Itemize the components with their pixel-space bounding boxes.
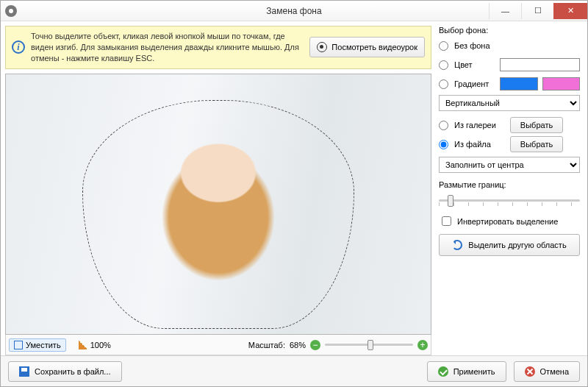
- refresh-icon: [452, 240, 462, 250]
- zoom-100-button[interactable]: 100%: [74, 338, 116, 352]
- select-other-label: Выделить другую область: [468, 241, 566, 249]
- blur-label: Размытие границ:: [439, 180, 580, 189]
- window-controls: — ☐ ✕: [489, 3, 587, 19]
- label-gradient: Градиент: [454, 79, 495, 88]
- radio-gradient[interactable]: [439, 79, 448, 89]
- cancel-icon: [525, 366, 535, 377]
- app-icon: [5, 5, 17, 17]
- scale-label: Масштаб:: [248, 341, 285, 349]
- label-color: Цвет: [454, 60, 495, 69]
- blur-slider[interactable]: [439, 192, 580, 208]
- footer: Сохранить в файл... Применить Отмена: [1, 355, 587, 386]
- save-icon: [19, 366, 29, 377]
- watch-video-label: Посмотреть видеоурок: [331, 43, 417, 52]
- save-label: Сохранить в файл...: [35, 367, 111, 376]
- watch-video-button[interactable]: Посмотреть видеоурок: [309, 37, 425, 57]
- zoom-slider-thumb[interactable]: [368, 340, 373, 350]
- gradient-swatch-a[interactable]: [500, 77, 538, 90]
- gradient-direction-select[interactable]: Вертикальный: [439, 95, 580, 111]
- fill-mode-select[interactable]: Заполнить от центра: [439, 157, 580, 173]
- radio-no-bg[interactable]: [439, 41, 448, 51]
- maximize-button[interactable]: ☐: [521, 3, 553, 19]
- zoom-control: Масштаб: 68% − +: [248, 340, 428, 350]
- label-gallery: Из галереи: [454, 121, 506, 129]
- zoom-out-button[interactable]: −: [310, 340, 320, 350]
- titlebar: Замена фона — ☐ ✕: [1, 1, 587, 21]
- zoom-slider[interactable]: [325, 344, 413, 346]
- wand-icon: [79, 341, 87, 349]
- gradient-swatch-b[interactable]: [542, 77, 581, 90]
- hint-bar: i Точно выделите объект, кликая левой кн…: [5, 26, 431, 69]
- gallery-choose-button[interactable]: Выбрать: [510, 117, 563, 133]
- scale-value: 68%: [290, 341, 306, 349]
- radio-file[interactable]: [439, 140, 448, 149]
- apply-label: Применить: [453, 367, 495, 376]
- fit-label: Уместить: [26, 341, 61, 349]
- radio-gallery[interactable]: [439, 121, 448, 130]
- select-other-area-button[interactable]: Выделить другую область: [439, 234, 580, 256]
- zoom-in-button[interactable]: +: [417, 340, 428, 350]
- check-icon: [438, 366, 448, 377]
- color-swatch[interactable]: [500, 58, 580, 71]
- fit-icon: [14, 341, 23, 349]
- label-no-bg: Без фона: [454, 41, 490, 50]
- info-icon: i: [12, 40, 25, 54]
- cancel-label: Отмена: [540, 367, 569, 376]
- bg-header: Выбор фона:: [439, 26, 580, 35]
- cancel-button[interactable]: Отмена: [514, 361, 580, 382]
- blur-slider-thumb[interactable]: [448, 195, 453, 207]
- file-choose-button[interactable]: Выбрать: [510, 136, 563, 152]
- zoom-100-label: 100%: [90, 341, 111, 349]
- options-panel: Выбор фона: Без фона Цвет Градиент Верти…: [436, 21, 587, 355]
- canvas-toolbar: Уместить 100% Масштаб: 68% − +: [5, 335, 431, 355]
- save-to-file-button[interactable]: Сохранить в файл...: [8, 361, 122, 382]
- close-button[interactable]: ✕: [553, 3, 587, 19]
- image-canvas[interactable]: [5, 74, 431, 335]
- radio-color[interactable]: [439, 60, 448, 70]
- hint-text: Точно выделите объект, кликая левой кноп…: [31, 31, 304, 64]
- label-file: Из файла: [454, 140, 506, 149]
- selection-outline: [82, 100, 354, 329]
- apply-button[interactable]: Применить: [427, 361, 506, 382]
- invert-checkbox[interactable]: [442, 216, 451, 226]
- fit-button[interactable]: Уместить: [9, 338, 66, 352]
- minimize-button[interactable]: —: [489, 3, 521, 19]
- camera-icon: [317, 42, 327, 52]
- invert-label: Инвертировать выделение: [457, 217, 558, 226]
